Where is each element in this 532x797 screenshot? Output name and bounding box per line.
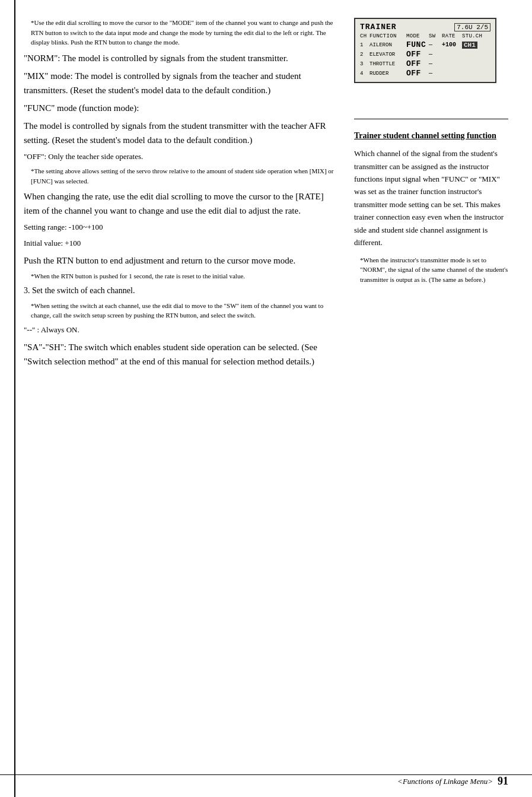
- lcd-row1-func: AILERON: [369, 42, 405, 48]
- mix-heading: "MIX" mode: The model is controlled by s…: [24, 69, 340, 97]
- always-on: "--" : Always ON.: [24, 324, 340, 336]
- section-heading: Trainer student channel setting function: [354, 129, 508, 142]
- func-body: The model is controlled by signals from …: [24, 119, 340, 147]
- lcd-headers: CH FUNCTION MODE SW RATE STU.CH: [360, 33, 490, 39]
- lcd-version: 7.6U 2/5: [454, 23, 490, 31]
- left-column: *Use the edit dial scrolling to move the…: [24, 18, 340, 372]
- rtn-note: *When the RTN button is pushed for 1 sec…: [24, 271, 340, 281]
- lcd-row-2: 2 ELEVATOR OFF —: [360, 50, 490, 59]
- page: *Use the edit dial scrolling to move the…: [0, 0, 532, 797]
- lcd-header-mode: MODE: [406, 33, 428, 39]
- section-note: *When the instructor's transmitter mode …: [354, 255, 508, 285]
- lcd-display: TRAINER 7.6U 2/5 CH FUNCTION MODE SW RAT…: [354, 18, 496, 83]
- lcd-row1-ch: 1: [360, 42, 368, 48]
- page-number: 91: [498, 775, 508, 788]
- lcd-header-rate: RATE: [442, 33, 461, 39]
- sa-sh: "SA"-"SH": The switch which enables stud…: [24, 340, 340, 369]
- off-heading: "OFF": Only the teacher side operates.: [24, 151, 340, 163]
- rate-para: When changing the rate, use the edit dia…: [24, 189, 340, 218]
- lcd-row1-stuch: CH1: [462, 42, 483, 49]
- setting-range: Setting range: -100~+100: [24, 221, 340, 234]
- lcd-header-ch: CH: [360, 33, 368, 39]
- lcd-row1-rate: +100: [442, 42, 461, 48]
- bottom-bar: <Functions of Linkage Menu> 91: [0, 774, 532, 788]
- lcd-row3-sw: —: [429, 61, 441, 67]
- right-col-section: Trainer student channel setting function…: [354, 119, 508, 284]
- left-border-line: [14, 0, 15, 797]
- lcd-row4-mode: OFF: [406, 69, 428, 78]
- section-divider: [354, 119, 508, 119]
- right-column: TRAINER 7.6U 2/5 CH FUNCTION MODE SW RAT…: [354, 18, 508, 372]
- push-rtn: Push the RTN button to end adjustment an…: [24, 253, 340, 268]
- lcd-title-row: TRAINER 7.6U 2/5: [360, 23, 490, 31]
- lcd-row2-ch: 2: [360, 52, 368, 58]
- initial-value: Initial value: +100: [24, 237, 340, 250]
- norm-heading: "NORM": The model is controlled by signa…: [24, 51, 340, 65]
- lcd-row1-mode: FUNC: [406, 40, 428, 49]
- lcd-row2-mode: OFF: [406, 50, 428, 59]
- step3-note: *When setting the switch at each channel…: [24, 301, 340, 320]
- lcd-row2-func: ELEVATOR: [369, 52, 405, 58]
- lcd-row3-ch: 3: [360, 61, 368, 67]
- bottom-label: <Functions of Linkage Menu>: [397, 777, 493, 786]
- lcd-row-4: 4 RUDDER OFF —: [360, 69, 490, 78]
- step3-heading: 3. Set the switch of each channel.: [24, 284, 340, 297]
- lcd-title: TRAINER: [360, 23, 397, 31]
- lcd-row3-func: THROTTLE: [369, 61, 405, 67]
- section-body: Which channel of the signal from the stu…: [354, 147, 508, 249]
- lcd-row2-sw: —: [429, 51, 441, 58]
- intro-note: *Use the edit dial scrolling to move the…: [24, 18, 340, 47]
- lcd-row4-ch: 4: [360, 71, 368, 77]
- lcd-row-1: 1 AILERON FUNC — +100 CH1: [360, 40, 490, 49]
- func-heading: "FUNC" mode (function mode):: [24, 101, 340, 115]
- lcd-header-sw: SW: [429, 33, 441, 39]
- lcd-row4-sw: —: [429, 70, 441, 77]
- setting-note: *The setting above allows setting of the…: [24, 166, 340, 186]
- lcd-row-3: 3 THROTTLE OFF —: [360, 59, 490, 68]
- lcd-row1-sw: —: [429, 42, 441, 48]
- lcd-header-function: FUNCTION: [369, 33, 405, 39]
- lcd-row4-func: RUDDER: [369, 71, 405, 77]
- main-content: *Use the edit dial scrolling to move the…: [24, 18, 508, 372]
- lcd-header-stuch: STU.CH: [462, 33, 483, 39]
- lcd-row3-mode: OFF: [406, 59, 428, 68]
